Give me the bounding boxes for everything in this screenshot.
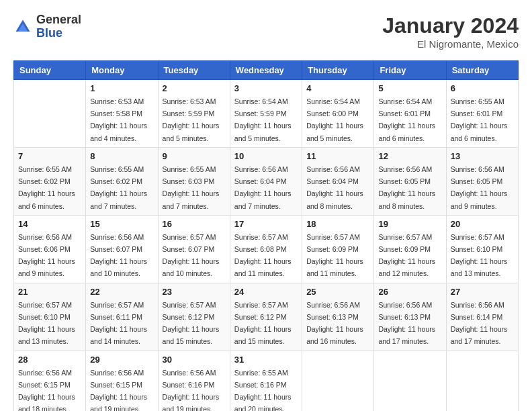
calendar-cell: 28 Sunrise: 6:56 AMSunset: 6:15 PMDaylig… [14,351,86,411]
day-info: Sunrise: 6:56 AMSunset: 6:04 PMDaylight:… [306,165,363,210]
day-info: Sunrise: 6:56 AMSunset: 6:05 PMDaylight:… [378,165,435,210]
day-info: Sunrise: 6:56 AMSunset: 6:14 PMDaylight:… [451,301,508,346]
calendar-week-row: 7 Sunrise: 6:55 AMSunset: 6:02 PMDayligh… [14,147,519,215]
day-info: Sunrise: 6:54 AMSunset: 6:00 PMDaylight:… [306,97,363,142]
day-number: 26 [378,287,441,297]
day-number: 10 [234,151,298,161]
calendar-cell: 8 Sunrise: 6:55 AMSunset: 6:02 PMDayligh… [86,147,158,215]
day-number: 21 [18,287,81,297]
calendar-cell: 21 Sunrise: 6:57 AMSunset: 6:10 PMDaylig… [14,283,86,351]
calendar-cell [374,351,446,411]
day-number: 23 [163,287,226,297]
weekday-header-saturday: Saturday [446,61,518,80]
day-number: 28 [18,355,81,365]
calendar-week-row: 1 Sunrise: 6:53 AMSunset: 5:58 PMDayligh… [14,80,519,148]
calendar-cell: 31 Sunrise: 6:55 AMSunset: 6:16 PMDaylig… [230,351,302,411]
calendar-table: SundayMondayTuesdayWednesdayThursdayFrid… [13,60,519,411]
day-number: 4 [306,83,369,93]
calendar-cell: 29 Sunrise: 6:56 AMSunset: 6:15 PMDaylig… [86,351,158,411]
logo-general-text: General [36,13,81,27]
calendar-cell: 7 Sunrise: 6:55 AMSunset: 6:02 PMDayligh… [14,147,86,215]
weekday-header-friday: Friday [374,61,446,80]
day-info: Sunrise: 6:57 AMSunset: 6:10 PMDaylight:… [18,301,75,346]
day-number: 22 [90,287,153,297]
calendar-cell: 27 Sunrise: 6:56 AMSunset: 6:14 PMDaylig… [446,283,518,351]
day-info: Sunrise: 6:57 AMSunset: 6:11 PMDaylight:… [90,301,147,346]
calendar-week-row: 21 Sunrise: 6:57 AMSunset: 6:10 PMDaylig… [14,283,519,351]
day-info: Sunrise: 6:57 AMSunset: 6:08 PMDaylight:… [234,233,292,278]
logo-text: General Blue [36,13,81,40]
day-info: Sunrise: 6:53 AMSunset: 5:58 PMDaylight:… [90,97,147,142]
weekday-header-wednesday: Wednesday [230,61,302,80]
calendar-cell [14,80,86,148]
day-number: 9 [163,151,226,161]
calendar-cell: 14 Sunrise: 6:56 AMSunset: 6:06 PMDaylig… [14,215,86,283]
day-number: 29 [90,355,153,365]
day-info: Sunrise: 6:54 AMSunset: 5:59 PMDaylight:… [234,97,292,142]
calendar-cell: 10 Sunrise: 6:56 AMSunset: 6:04 PMDaylig… [230,147,302,215]
calendar-cell: 22 Sunrise: 6:57 AMSunset: 6:11 PMDaylig… [86,283,158,351]
calendar-header-row: SundayMondayTuesdayWednesdayThursdayFrid… [14,61,519,80]
day-info: Sunrise: 6:57 AMSunset: 6:09 PMDaylight:… [306,233,363,278]
day-number: 1 [90,83,153,93]
weekday-header-monday: Monday [86,61,158,80]
calendar-week-row: 14 Sunrise: 6:56 AMSunset: 6:06 PMDaylig… [14,215,519,283]
day-info: Sunrise: 6:55 AMSunset: 6:02 PMDaylight:… [90,165,147,210]
calendar-cell: 26 Sunrise: 6:56 AMSunset: 6:13 PMDaylig… [374,283,446,351]
calendar-cell: 18 Sunrise: 6:57 AMSunset: 6:09 PMDaylig… [302,215,374,283]
day-number: 20 [451,219,514,229]
day-info: Sunrise: 6:54 AMSunset: 6:01 PMDaylight:… [378,97,435,142]
calendar-cell: 17 Sunrise: 6:57 AMSunset: 6:08 PMDaylig… [230,215,302,283]
day-info: Sunrise: 6:56 AMSunset: 6:07 PMDaylight:… [90,233,147,278]
weekday-header-thursday: Thursday [302,61,374,80]
calendar-cell: 5 Sunrise: 6:54 AMSunset: 6:01 PMDayligh… [374,80,446,148]
day-info: Sunrise: 6:57 AMSunset: 6:12 PMDaylight:… [234,301,292,346]
day-info: Sunrise: 6:56 AMSunset: 6:04 PMDaylight:… [234,165,292,210]
title-block: January 2024 El Nigromante, Mexico [382,13,519,50]
day-info: Sunrise: 6:57 AMSunset: 6:07 PMDaylight:… [163,233,220,278]
calendar-cell: 12 Sunrise: 6:56 AMSunset: 6:05 PMDaylig… [374,147,446,215]
day-number: 12 [378,151,441,161]
day-info: Sunrise: 6:57 AMSunset: 6:09 PMDaylight:… [378,233,435,278]
calendar-cell: 19 Sunrise: 6:57 AMSunset: 6:09 PMDaylig… [374,215,446,283]
logo[interactable]: General Blue [13,13,81,40]
calendar-cell: 6 Sunrise: 6:55 AMSunset: 6:01 PMDayligh… [446,80,518,148]
day-info: Sunrise: 6:57 AMSunset: 6:12 PMDaylight:… [163,301,220,346]
calendar-cell: 20 Sunrise: 6:57 AMSunset: 6:10 PMDaylig… [446,215,518,283]
weekday-header-sunday: Sunday [14,61,86,80]
calendar-cell: 24 Sunrise: 6:57 AMSunset: 6:12 PMDaylig… [230,283,302,351]
calendar-cell: 16 Sunrise: 6:57 AMSunset: 6:07 PMDaylig… [158,215,230,283]
day-number: 3 [234,83,298,93]
day-info: Sunrise: 6:55 AMSunset: 6:02 PMDaylight:… [18,165,75,210]
calendar-week-row: 28 Sunrise: 6:56 AMSunset: 6:15 PMDaylig… [14,351,519,411]
day-number: 13 [451,151,514,161]
calendar-cell: 30 Sunrise: 6:56 AMSunset: 6:16 PMDaylig… [158,351,230,411]
day-number: 2 [163,83,226,93]
calendar-location: El Nigromante, Mexico [382,38,519,50]
day-number: 8 [90,151,153,161]
day-number: 11 [306,151,369,161]
day-info: Sunrise: 6:56 AMSunset: 6:16 PMDaylight:… [163,369,220,412]
day-info: Sunrise: 6:56 AMSunset: 6:13 PMDaylight:… [378,301,435,346]
day-info: Sunrise: 6:56 AMSunset: 6:05 PMDaylight:… [451,165,508,210]
calendar-cell [446,351,518,411]
calendar-cell: 25 Sunrise: 6:56 AMSunset: 6:13 PMDaylig… [302,283,374,351]
day-number: 30 [163,355,226,365]
day-info: Sunrise: 6:55 AMSunset: 6:01 PMDaylight:… [451,97,508,142]
calendar-cell: 13 Sunrise: 6:56 AMSunset: 6:05 PMDaylig… [446,147,518,215]
calendar-cell: 3 Sunrise: 6:54 AMSunset: 5:59 PMDayligh… [230,80,302,148]
calendar-cell [302,351,374,411]
calendar-cell: 23 Sunrise: 6:57 AMSunset: 6:12 PMDaylig… [158,283,230,351]
day-number: 31 [234,355,298,365]
day-number: 15 [90,219,153,229]
day-info: Sunrise: 6:56 AMSunset: 6:13 PMDaylight:… [306,301,363,346]
weekday-header-tuesday: Tuesday [158,61,230,80]
page-header: General Blue January 2024 El Nigromante,… [13,13,519,50]
day-info: Sunrise: 6:56 AMSunset: 6:06 PMDaylight:… [18,233,75,278]
calendar-cell: 11 Sunrise: 6:56 AMSunset: 6:04 PMDaylig… [302,147,374,215]
day-info: Sunrise: 6:56 AMSunset: 6:15 PMDaylight:… [90,369,147,412]
calendar-cell: 15 Sunrise: 6:56 AMSunset: 6:07 PMDaylig… [86,215,158,283]
day-number: 6 [451,83,514,93]
day-info: Sunrise: 6:55 AMSunset: 6:16 PMDaylight:… [234,369,292,412]
day-number: 16 [163,219,226,229]
